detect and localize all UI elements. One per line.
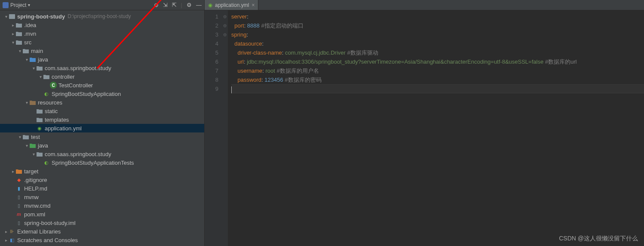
chevron-down-icon[interactable]: ▾ [24,143,29,148]
sidebar-title: Project [10,2,26,8]
tree-item-package[interactable]: ▾com.saas.springboot.study [0,64,204,72]
chevron-down-icon[interactable]: ▾ [38,74,43,79]
tree-item-target[interactable]: ▸target [0,167,204,175]
tree-item-pom[interactable]: mpom.xml [0,210,204,218]
chevron-down-icon[interactable]: ▾ [24,57,29,62]
code-area[interactable]: 123456789 ⊖⊖⊖ server: port: 8888 #指定启动的端… [205,10,644,246]
chevron-right-icon[interactable]: ▸ [3,238,9,243]
package-icon [36,151,43,157]
chevron-right-icon[interactable]: ▸ [10,169,15,174]
tree-item-test[interactable]: ▾test [0,132,204,141]
tree-label: mvnw.cmd [24,203,50,209]
expand-icon[interactable]: ⇲ [163,2,168,8]
tree-item-iml[interactable]: ▯spring-boot-study.iml [0,218,204,227]
module-icon [9,13,15,20]
tab-application-yml[interactable]: ◉ application.yml × [205,0,258,10]
tree-item-ext-lib[interactable]: ▸⊪External Libraries [0,227,204,236]
test-folder-icon [29,142,36,149]
code-content[interactable]: server: port: 8888 #指定启动的端口spring: datas… [228,10,644,246]
collapse-icon[interactable]: ⇱ [172,2,177,8]
tree-item-mvnw[interactable]: ▯mvnw [0,193,204,201]
tree-item-static[interactable]: static [0,107,204,115]
tree-label: HELP.md [24,185,47,192]
tree-label: java [38,56,48,63]
file-icon: ▯ [15,219,22,226]
chevron-down-icon[interactable]: ▾ [17,135,22,139]
tree-item-test-controller[interactable]: CTestController [0,81,204,89]
project-view-icon [3,2,9,8]
tree-label: templates [45,117,69,123]
spring-icon: ◐ [43,159,50,166]
tree-label: spring-boot-study.iml [24,220,76,226]
tree-label: controller [52,74,74,80]
folder-icon [22,133,29,140]
tree-item-help[interactable]: ▮HELP.md [0,184,204,193]
folder-icon [36,116,43,123]
tree-label: com.saas.springboot.study [45,151,111,157]
hide-icon[interactable]: — [196,2,202,8]
maven-icon: m [15,211,22,218]
chevron-right-icon[interactable]: ▸ [10,31,15,36]
tree-label: .mvn [24,31,36,37]
excluded-folder-icon [15,168,22,175]
tree-item-application-yml[interactable]: ◉application.yml [0,124,204,132]
tree-item-spring-app[interactable]: ◐SpringBootStudyApplication [0,89,204,98]
chevron-down-icon[interactable]: ▾ [31,66,36,71]
tree-label: SpringBootStudyApplication [52,91,121,97]
tree-item-mvnw-cmd[interactable]: ▯mvnw.cmd [0,201,204,210]
tree-label: test [31,134,40,140]
spring-icon: ◐ [43,90,50,97]
yaml-icon: ◉ [36,125,43,132]
tree-item-test-package[interactable]: ▾com.saas.springboot.study [0,150,204,158]
chevron-down-icon[interactable]: ▾ [17,49,22,53]
tab-label: application.yml [215,2,249,8]
chevron-down-icon[interactable]: ▾ [10,40,15,45]
tree-label: src [24,39,31,46]
tree-label: TestController [58,82,93,89]
chevron-down-icon: ▾ [28,3,30,7]
project-sidebar: Project ▾ ⊕ ⇲ ⇱ | ⚙ — ▾spring-boot-study… [0,0,205,246]
tree-item-test-java[interactable]: ▾java [0,141,204,150]
scratches-icon: ◧ [9,237,15,243]
tree-item-spring-app-tests[interactable]: ◐SpringBootStudyApplicationTests [0,158,204,167]
file-icon: ▯ [15,202,22,209]
folder-icon [36,108,43,114]
tree-label: pom.xml [24,211,45,218]
package-icon [36,65,43,71]
library-icon: ⊪ [9,228,15,235]
chevron-down-icon[interactable]: ▾ [24,100,29,105]
gear-icon[interactable]: ⚙ [187,2,192,8]
chevron-right-icon[interactable]: ▸ [10,23,15,28]
chevron-down-icon[interactable]: ▾ [3,14,9,19]
tree-label: spring-boot-study [17,13,65,20]
tree-item-main[interactable]: ▾main [0,46,204,55]
project-tree[interactable]: ▾spring-boot-studyD:\project\spring-boot… [0,10,204,246]
tree-item-resources[interactable]: ▾resources [0,98,204,107]
fold-gutter[interactable]: ⊖⊖⊖ [222,10,228,246]
tree-label: target [24,168,38,175]
tree-item-templates[interactable]: templates [0,115,204,124]
tree-item-scratches[interactable]: ▸◧Scratches and Consoles [0,236,204,244]
yaml-icon: ◉ [208,2,212,8]
folder-icon [15,30,22,37]
tree-item-src[interactable]: ▾src [0,38,204,46]
locate-icon[interactable]: ⊕ [154,2,159,8]
close-icon[interactable]: × [251,2,255,8]
tree-item-gitignore[interactable]: ◆.gitignore [0,175,204,184]
chevron-right-icon[interactable]: ▸ [3,229,9,234]
editor-tabs: ◉ application.yml × [205,0,644,10]
tree-label: resources [38,99,62,106]
tree-item-mvn[interactable]: ▸.mvn [0,29,204,38]
class-icon: C [50,82,57,89]
tree-root[interactable]: ▾spring-boot-studyD:\project\spring-boot… [0,12,204,21]
tree-item-java[interactable]: ▾java [0,55,204,64]
folder-icon [22,47,29,54]
chevron-down-icon[interactable]: ▾ [31,152,36,157]
divider: | [181,2,182,8]
tree-label: mvnw [24,194,39,200]
project-title-wrap[interactable]: Project ▾ [3,2,154,8]
tree-item-controller[interactable]: ▾controller [0,72,204,81]
tree-path: D:\project\spring-boot-study [67,13,131,19]
folder-icon [15,22,22,28]
tree-item-idea[interactable]: ▸.idea [0,21,204,29]
